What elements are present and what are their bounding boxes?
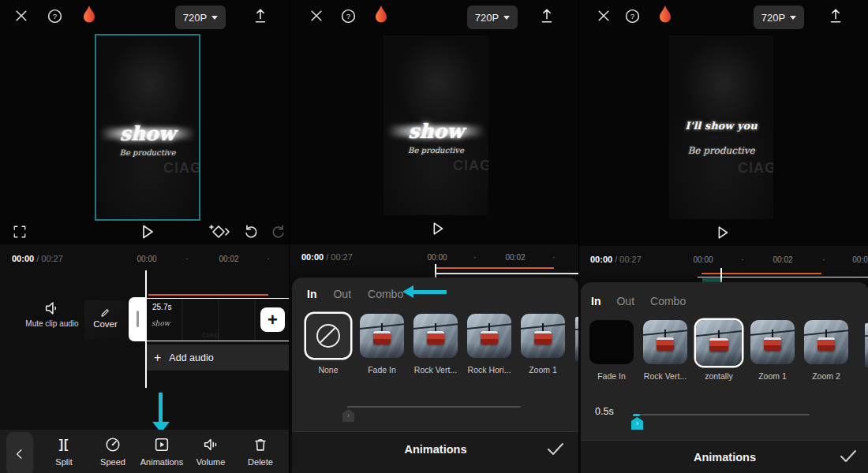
animation-option-zoom-1[interactable]: Zoom 1 xyxy=(746,320,799,381)
ruler-tick: 00:0 xyxy=(852,255,867,264)
fade-in-thumbnail xyxy=(589,320,634,364)
ruler-dot: · xyxy=(185,255,188,263)
playhead[interactable] xyxy=(145,270,147,388)
export-icon[interactable] xyxy=(537,6,556,25)
animation-option-rock-vertically[interactable]: Rock Vert... xyxy=(409,314,462,374)
plus-icon: + xyxy=(268,310,278,330)
animation-option-zoom-1[interactable]: Zoom 1 xyxy=(516,314,570,374)
playhead[interactable] xyxy=(435,264,436,277)
checkmark-icon xyxy=(839,449,858,464)
pencil-icon xyxy=(99,306,112,318)
toolbar-item-delete[interactable]: Delete xyxy=(238,436,282,467)
keyframe-icon[interactable] xyxy=(208,222,232,242)
play-button[interactable] xyxy=(137,222,157,242)
svg-text:?: ? xyxy=(52,12,56,20)
help-icon[interactable]: ? xyxy=(46,7,63,24)
video-preview[interactable]: I'll show you ·· ··· Be productive CIAG xyxy=(669,35,773,219)
animations-icon xyxy=(153,436,170,453)
play-button[interactable] xyxy=(712,222,732,243)
preview-subtitle-text: Be productive xyxy=(669,145,773,156)
animation-duration-line xyxy=(436,267,554,269)
duration-slider-handle[interactable]: › xyxy=(631,417,643,430)
duration-slider-track[interactable] xyxy=(347,406,521,408)
checkmark-icon xyxy=(546,441,565,457)
video-preview[interactable]: show Be productive CIAG xyxy=(95,34,200,221)
ruler-dot: · xyxy=(552,253,555,262)
fade-in-thumbnail xyxy=(360,314,404,358)
ruler-dot: · xyxy=(473,253,476,262)
playhead[interactable] xyxy=(720,268,722,283)
help-icon[interactable]: ? xyxy=(623,7,641,24)
clip-duration-label: 25.7s xyxy=(152,303,171,311)
animation-option-rock-horizontally[interactable]: Rock Hori... xyxy=(462,314,516,374)
clip-trim-handle-left[interactable] xyxy=(129,297,147,341)
animation-option-fade-in[interactable]: Fade In xyxy=(355,314,409,374)
toolbar-item-speed[interactable]: Speed xyxy=(91,436,135,467)
undo-icon[interactable] xyxy=(241,222,260,241)
close-icon[interactable] xyxy=(308,7,325,24)
clip-thumb-text: show xyxy=(152,319,170,327)
tab-out[interactable]: Out xyxy=(616,295,634,307)
back-button[interactable] xyxy=(6,432,33,473)
animation-option-rock-horizontally-selected[interactable]: zontally xyxy=(692,320,746,381)
animation-list: Fade In Rock Vert... zontally Zoom 1 Zoo… xyxy=(585,320,853,381)
animation-list: None Fade In Rock Vert... Rock Hori... Z… xyxy=(301,314,570,374)
ruler-dot: · xyxy=(267,255,269,263)
fullscreen-icon[interactable] xyxy=(12,224,28,240)
clip-watermark: CIAG xyxy=(202,331,220,339)
resolution-label: 720P xyxy=(183,12,207,24)
svg-text:?: ? xyxy=(346,12,350,20)
toolbar-item-animations[interactable]: Animations xyxy=(140,436,184,467)
sheet-title: Animations xyxy=(292,443,579,456)
duration-slider-handle[interactable]: › xyxy=(342,409,354,422)
flame-icon[interactable] xyxy=(655,4,675,28)
tab-out[interactable]: Out xyxy=(333,288,351,300)
close-icon[interactable] xyxy=(13,7,30,24)
cover-button[interactable]: Cover xyxy=(84,300,126,340)
tab-combo[interactable]: Combo xyxy=(650,295,686,307)
svg-text:?: ? xyxy=(630,12,634,20)
mute-clip-audio-button[interactable]: Mute clip audio xyxy=(22,300,82,335)
resolution-dropdown[interactable]: 720P xyxy=(467,6,518,29)
tutorial-arrow-down xyxy=(159,393,163,422)
add-audio-button[interactable]: + Add audio xyxy=(147,345,290,371)
confirm-button[interactable] xyxy=(546,441,565,457)
help-icon[interactable]: ? xyxy=(339,7,357,24)
export-icon[interactable] xyxy=(251,6,270,25)
close-icon[interactable] xyxy=(595,7,612,24)
tab-in[interactable]: In xyxy=(591,295,600,307)
confirm-button[interactable] xyxy=(839,449,858,464)
tab-in[interactable]: In xyxy=(307,288,316,300)
animation-option-fade-in[interactable]: Fade In xyxy=(585,320,638,381)
duration-slider-track[interactable] xyxy=(633,414,810,415)
flame-icon[interactable] xyxy=(79,4,99,28)
ruler-tick: 00:00 xyxy=(693,255,713,264)
ruler-tick: 00:02 xyxy=(773,255,792,264)
preview-faint-text: ·· ··· xyxy=(669,135,773,140)
toolbar-item-split[interactable]: ][ Split xyxy=(42,436,86,467)
animation-option-rock-vertically[interactable]: Rock Vert... xyxy=(638,320,692,381)
flame-icon[interactable] xyxy=(371,4,391,28)
add-clip-button[interactable]: + xyxy=(260,307,285,332)
tab-combo[interactable]: Combo xyxy=(368,288,403,300)
ruler-tick: 00:00 xyxy=(427,253,447,262)
play-button[interactable] xyxy=(427,218,447,239)
preview-subtitle-text: Be productive xyxy=(96,148,199,157)
time-display: 00:00 / 00:27 xyxy=(301,252,353,262)
zoom-1-thumbnail xyxy=(521,314,565,358)
redo-icon[interactable] xyxy=(269,222,288,241)
add-audio-label: Add audio xyxy=(169,352,213,363)
chevron-down-icon xyxy=(211,16,218,20)
resolution-dropdown[interactable]: 720P xyxy=(175,6,226,29)
toolbar-item-volume[interactable]: Volume xyxy=(189,436,233,467)
video-preview[interactable]: show Be productive CIAG xyxy=(383,35,488,215)
next-tile-sliver xyxy=(865,323,868,367)
resolution-dropdown[interactable]: 720P xyxy=(754,6,804,29)
animation-option-zoom-2[interactable]: Zoom 2 xyxy=(799,320,853,381)
ruler-tick: 00:02 xyxy=(505,253,525,262)
preview-title-text: I'll show you xyxy=(669,120,773,132)
mute-label: Mute clip audio xyxy=(22,319,82,328)
duration-value: 0.5s xyxy=(595,406,614,417)
animation-option-none[interactable]: None xyxy=(301,314,355,374)
export-icon[interactable] xyxy=(826,6,845,25)
